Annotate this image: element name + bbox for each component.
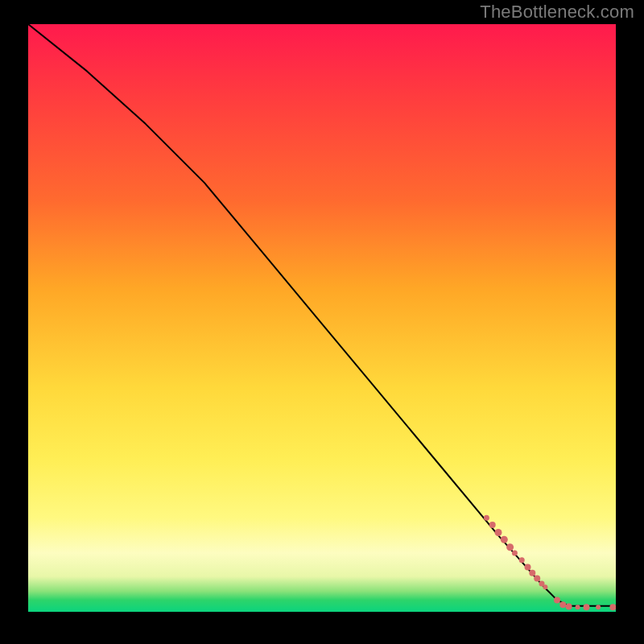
data-point: [506, 543, 514, 551]
data-point: [529, 570, 535, 576]
data-point: [559, 601, 566, 608]
data-point: [484, 515, 489, 521]
data-point: [512, 551, 518, 556]
data-point: [566, 603, 572, 609]
data-point: [609, 604, 616, 610]
data-point: [495, 529, 502, 536]
chart-frame: TheBottleneck.com: [0, 0, 644, 644]
plot-overlay: [28, 24, 616, 612]
data-point: [554, 597, 560, 603]
data-point: [584, 604, 590, 610]
watermark-label: TheBottleneck.com: [480, 2, 634, 23]
data-point: [576, 605, 580, 609]
data-point: [489, 522, 496, 528]
data-point: [596, 605, 601, 609]
scatter-markers: [484, 515, 616, 611]
data-point: [525, 564, 531, 571]
bottleneck-curve: [28, 24, 616, 606]
data-point: [543, 584, 547, 589]
data-point: [519, 557, 525, 563]
data-point: [534, 575, 540, 581]
data-point: [501, 536, 508, 543]
